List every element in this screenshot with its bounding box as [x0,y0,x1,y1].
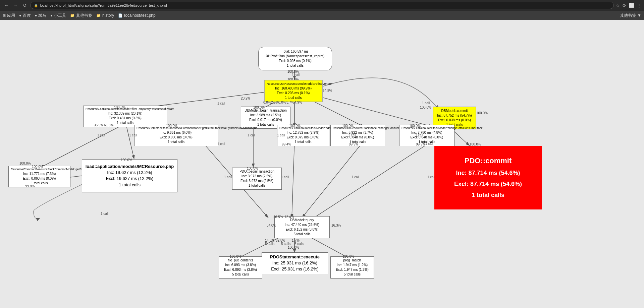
forward-button[interactable]: → [12,2,19,9]
pct-99-9: 99.9% [349,142,358,146]
bookmark-binma[interactable]: ● 斌马 [35,13,47,18]
add-refuse-title: Resource\OutResourceStockModel::addRefus… [279,126,327,130]
root-title: Total: 160.597 ms [262,49,328,54]
calls-5-db2: 5 calls [281,242,290,246]
call-db-begin-pdo: 1 call [217,102,225,105]
pct-preg-100: 100.0% [343,255,354,258]
pdo-statement-title: PDOStatement::execute [264,254,326,260]
call-change-t-db: 1 call [425,142,433,145]
call-filter-1: 1 call [97,133,105,137]
preg-match-line4: 5 total calls [333,272,372,277]
apps-icon: ⊞ [3,13,6,18]
menu-icon[interactable]: ⋮ [637,3,641,8]
pdo-statement-node[interactable]: PDOStatement::execute Inc: 25.931 ms (16… [262,252,328,274]
bookmark-other[interactable]: 📁 其他书签 [70,13,92,18]
load-mc-node[interactable]: load::application/models/MCResource.php … [82,159,177,192]
pct-36: 36.9% [94,123,103,127]
file-put-line2: Inc: 6.093 ms (3.8%) [221,263,260,267]
refine-vendor-title: ResourceOutResourceStockModel::refineVen… [267,82,320,86]
binma-icon: ● [35,13,37,17]
call-load-mc: 1 call [101,212,108,215]
get-resource-list-node[interactable]: Resource\CommonResourceStockCommonModel:… [8,166,70,187]
bookmark-test-php[interactable]: 📄 localhost/test.php [118,13,155,18]
pct-100-0c: 100.0% [470,142,481,146]
change-consume-line2: Inc: 5.922 ms (3.7%) [333,130,383,135]
call-change-c-db: 1 call [352,175,359,179]
reload-button[interactable]: ↺ [21,2,28,9]
pct-6: 6.0% [263,101,271,104]
pdo-statement-line2: Inc: 25.931 ms (16.2%) [264,260,326,266]
call-add-1: 1 call [277,133,285,137]
bookmarks-bar: ⊞ 应用 ● 百度 ● 斌马 ● 小工具 📁 其他书签 📁 history 📄 … [0,11,644,20]
calls-5-db: 5 calls [265,242,274,246]
call-change-t: 1 call [415,133,423,137]
baidu-icon: ● [19,13,21,17]
pct-3-7: 3.7% [286,101,294,104]
back-button[interactable]: ← [3,2,10,9]
address-bar[interactable]: 🔒 localhost/xhprof_html/callgraph.php?ru… [30,2,614,9]
root-line4: 1 total calls [262,63,328,68]
call-pdo-commit-1: 1 call [427,175,435,179]
pct-pdo-begin-100: 100.0% [247,167,258,170]
call-detail-db: 1 call [217,142,225,146]
refresh-icon[interactable]: ⟳ [623,3,626,8]
file-put-node[interactable]: file_put_contents Inc: 6.093 ms (3.8%) E… [219,256,262,279]
bookmark-history[interactable]: 📁 history [96,13,114,18]
extension-icon[interactable]: ⬜ [629,3,634,8]
pct-4-9: 4.9% [294,101,302,104]
db-commit-line3: Excl: 0.038 ms (0.0%) [435,118,474,123]
add-refuse-line3: Excl: 0.075 ms (0.0%) [279,135,327,140]
root-node[interactable]: Total: 160.597 ms XHProf::Run (Namespace… [258,47,332,70]
bookmark-tools[interactable]: ● 小工具 [50,13,66,18]
file-put-title: file_put_contents [221,258,260,263]
pct-20-2: 20.2% [241,97,250,100]
call-filter-2: 1 call [129,133,137,137]
refine-vendor-node[interactable]: ResourceOutResourceStockModel::refineVen… [264,80,323,102]
call-db-commit: 1 call [422,101,430,105]
chevron-icon: ▼ [637,13,641,18]
pdo-begin-line2: Inc: 3.972 ms (2.5%) [234,174,279,179]
db-query-node[interactable]: DBModel::query Inc: 47.440 ms (29.6%) Ex… [274,216,330,238]
bookmark-other-right-label: 其他书签 [620,13,636,18]
bookmark-baidu-label: 百度 [23,13,31,18]
pct-16-3: 16.3% [331,224,341,227]
svg-line-12 [292,141,294,218]
tools-icon: ● [50,13,53,17]
refine-vendor-line4: 1 total calls [267,96,320,100]
pct-db-commit-100: 100.0% [420,106,431,109]
get-detail-stock-node[interactable]: Resource\Common\ResourceStockCommonModel… [134,125,218,146]
main-content: Total: 160.597 ms XHProf::Run (Namespace… [0,20,644,308]
filter-temp-line3: Excl: 0.431 ms (0.3%) [86,116,165,121]
get-detail-line2: Inc: 9.651 ms (6.0%) [137,130,216,135]
bookmark-apps-label: 应用 [7,13,15,18]
pdo-commit-big-title: PDO::commit [465,156,512,166]
preg-match-node[interactable]: preg_match Inc: 1.947 ms (1.2%) Excl: 1.… [330,256,374,279]
folder-icon: 📁 [70,13,75,18]
db-commit-title: DBModel::commit [435,109,474,113]
pct-99-9b: 99.9% [416,142,425,146]
pct-2-5: 2.5% [271,101,279,104]
pdo-begin-node[interactable]: PDO::beginTransaction Inc: 3.972 ms (2.5… [232,168,282,190]
file-put-line4: 5 total calls [221,272,260,277]
pct-12-4: 12.4% [284,215,294,219]
change-total-line3: Excl: 0.048 ms (0.0%) [401,135,452,140]
pct-get-resource-100b: 100.0% [19,162,31,165]
filter-temp-line2: Inc: 32.339 ms (20.1%) [86,111,165,116]
pct-db-begin-100: 100.0% [253,106,265,109]
bookmark-baidu[interactable]: ● 百度 [19,13,31,18]
nav-bar: ← → ↺ 🔒 localhost/xhprof_html/callgraph.… [0,0,644,11]
load-mc-title: load::application/models/MCResource.php [85,164,174,170]
bookmark-apps[interactable]: ⊞ 应用 [3,13,15,18]
bookmark-other-label: 其他书签 [76,13,92,18]
bookmark-other-right[interactable]: 其他书签 ▼ [620,13,641,18]
pdo-commit-big-node[interactable]: PDO::commit Inc: 87.714 ms (54.6%) Excl:… [434,146,542,209]
svg-line-14 [309,141,433,221]
pct-change-consume-100: 100.0% [342,124,354,128]
star-icon[interactable]: ☆ [616,3,620,8]
pct-file-100: 100.0% [230,255,241,258]
history-folder-icon: 📁 [96,13,101,18]
refine-vendor-line2: Inc: 160.403 ms (99.9%) [267,86,320,91]
change-consume-title: Resource\OutResourceStockModel::changeCo… [333,126,383,130]
svg-line-13 [302,141,364,218]
nav-icons: ☆ ⟳ ⬜ ⋮ [616,3,641,8]
